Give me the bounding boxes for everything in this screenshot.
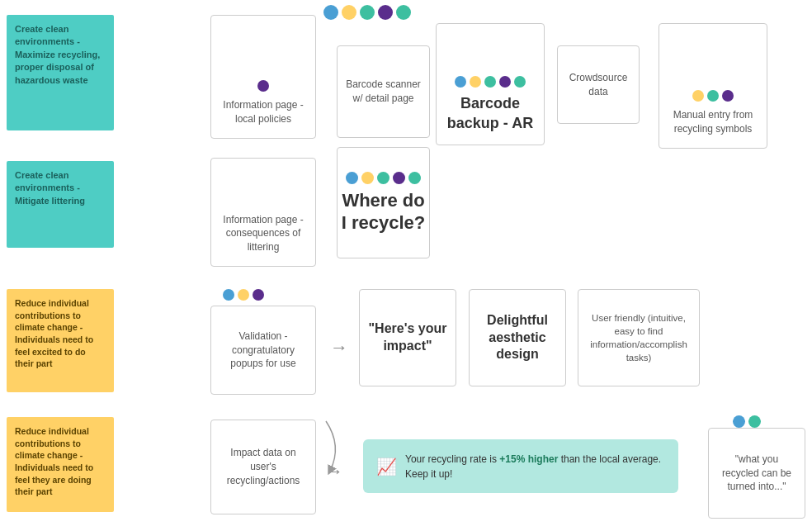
card-delightful: Delightful aesthetic design (469, 289, 566, 386)
rate-highlight: +15% higher (499, 453, 558, 465)
main-canvas: Where do I recycle? Create clean environ… (0, 0, 812, 531)
dot-yellow (342, 5, 356, 20)
card-user-friendly: User friendly (intuitive, easy to find i… (578, 289, 700, 386)
card-delightful-label: Delightful aesthetic design (478, 312, 557, 363)
card-validation-label: Validation - congratulatory popups for u… (220, 330, 307, 371)
card-impact-data: Impact data on user's recycling/actions (210, 420, 316, 514)
sticky-create-clean-1: Create clean environments - Maximize rec… (7, 15, 114, 130)
dot-m1 (692, 90, 704, 102)
card-validation: Validation - congratulatory popups for u… (210, 306, 316, 395)
dot-b4 (499, 76, 511, 88)
dot-b2 (470, 76, 481, 88)
sticky-reduce-individual-1: Reduce individual contributions to clima… (7, 289, 114, 392)
card-recycled-into-label: "what you recycled can be turned into...… (717, 453, 796, 494)
dot-b1 (455, 76, 466, 88)
rate-text-before: Your recycling rate is (405, 453, 499, 465)
dot-m3 (722, 90, 734, 102)
dot-v1 (223, 289, 234, 301)
card-manual-entry-label: Manual entry from recycling symbols (668, 108, 758, 136)
dot-v3 (253, 289, 264, 301)
dots-recycled (733, 415, 761, 428)
arrow-validation-impact: → (330, 337, 348, 358)
rate-text: Your recycling rate is +15% higher than … (405, 452, 665, 481)
dot-r1 (733, 415, 745, 428)
card-heres-impact: "Here's your impact" (359, 289, 456, 386)
dot-m2 (707, 90, 719, 102)
card-consequences-label: Information page - consequences of litte… (220, 213, 307, 254)
dot-w4 (393, 172, 405, 184)
card-barcode-scanner: Barcode scanner w/ detail page (337, 45, 430, 138)
sticky-reduce-individual-2: Reduce individual contributions to clima… (7, 417, 114, 512)
dots-validation (223, 289, 264, 301)
card-heres-impact-label: "Here's your impact" (368, 320, 447, 355)
card-barcode-ar-label: Barcode backup - AR (445, 94, 536, 133)
rate-icon: 📈 (376, 457, 397, 476)
card-barcode-scanner-label: Barcode scanner w/ detail page (346, 78, 421, 106)
card-impact-data-label: Impact data on user's recycling/actions (220, 446, 307, 487)
card-barcode-ar: Barcode backup - AR (436, 23, 545, 145)
dot-w2 (361, 172, 374, 184)
dot-purple (378, 5, 393, 20)
dot-blue (323, 5, 338, 20)
card-recycled-into: "what you recycled can be turned into...… (708, 428, 805, 519)
dot-purple-policies (257, 80, 269, 92)
card-crowdsource-label: Crowdsource data (566, 71, 630, 99)
where-recycle-title: Where do I recycle? (338, 189, 429, 235)
dot-b5 (514, 76, 526, 88)
dot-teal-2 (396, 5, 411, 20)
arrow-svg-1 (318, 413, 367, 479)
card-manual-entry: Manual entry from recycling symbols (659, 23, 767, 149)
dot-teal (360, 5, 375, 20)
dot-r2 (748, 415, 761, 428)
dot-v2 (238, 289, 249, 301)
card-consequences: Information page - consequences of litte… (210, 158, 316, 267)
card-crowdsource: Crowdsource data (557, 45, 640, 124)
sticky-create-clean-2: Create clean environments - Mitigate lit… (7, 161, 114, 248)
card-local-policies-label: Information page - local policies (220, 98, 307, 126)
dot-w1 (346, 172, 358, 184)
card-local-policies: Information page - local policies (210, 15, 316, 139)
dots-top (323, 5, 411, 20)
card-user-friendly-label: User friendly (intuitive, easy to find i… (587, 311, 691, 364)
recycling-rate-box: 📈 Your recycling rate is +15% higher tha… (363, 439, 678, 493)
card-where-recycle: Where do I recycle? (337, 147, 430, 258)
dot-w3 (377, 172, 389, 184)
dot-b3 (484, 76, 496, 88)
dot-w5 (408, 172, 421, 184)
